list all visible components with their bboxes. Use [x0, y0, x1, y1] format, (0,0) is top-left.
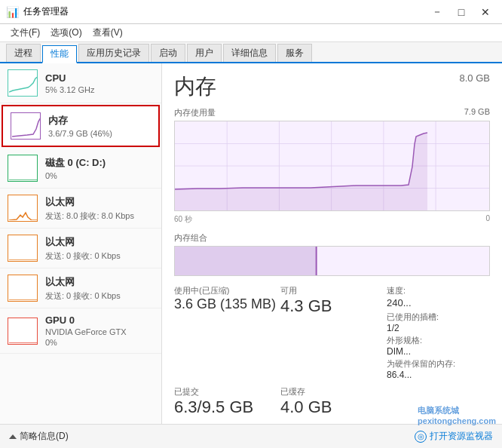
menu-bar: 文件(F) 选项(O) 查看(V)	[0, 24, 502, 42]
gpu-detail: NVIDIA GeForce GTX	[45, 327, 154, 336]
disk-detail: 0%	[45, 171, 154, 180]
eth1-name: 以太网	[45, 195, 154, 209]
eth1-detail: 发送: 8.0 接收: 8.0 Kbps	[45, 210, 154, 222]
available-value: 4.3 GB	[280, 296, 384, 316]
stat-committed: 已提交 6.3/9.5 GB	[174, 386, 277, 417]
cpu-name: CPU	[45, 72, 154, 84]
svg-rect-2	[9, 156, 38, 180]
maximize-button[interactable]: □	[451, 5, 472, 20]
sidebar-item-eth3[interactable]: 以太网 发送: 0 接收: 0 Kbps	[0, 268, 161, 308]
title-bar: 📊 任务管理器 － □ ✕	[0, 0, 502, 24]
close-button[interactable]: ✕	[475, 5, 496, 20]
gpu-icon	[8, 318, 38, 345]
brief-info-label: 简略信息(D)	[20, 430, 69, 443]
time-start: 60 秒	[174, 214, 192, 225]
tab-processes[interactable]: 进程	[6, 44, 41, 62]
cached-value: 4.0 GB	[280, 397, 384, 417]
memory-info: 内存 3.6/7.9 GB (46%)	[48, 114, 151, 138]
stat-available: 可用 4.3 GB	[280, 285, 384, 380]
resource-monitor-label: 打开资源监视器	[430, 430, 493, 443]
stats-grid: 使用中(已压缩) 3.6 GB (135 MB) 可用 4.3 GB 速度: 2…	[174, 285, 490, 424]
eth2-icon	[8, 235, 38, 262]
eth1-chart-icon	[9, 196, 38, 220]
committed-label: 已提交	[174, 386, 277, 397]
slots-value: 1/2	[387, 323, 490, 333]
panel-header: 内存 8.0 GB	[174, 72, 490, 101]
watermark: 电脑系统城 pexitongcheng.com	[418, 405, 496, 425]
eth3-chart-icon	[9, 276, 38, 300]
svg-rect-5	[9, 276, 38, 300]
eth2-name: 以太网	[45, 235, 154, 249]
eth3-icon	[8, 275, 38, 302]
tab-bar: 进程 性能 应用历史记录 启动 用户 详细信息 服务	[0, 42, 502, 63]
chart-time-labels: 60 秒 0	[174, 214, 490, 225]
sidebar-item-gpu[interactable]: GPU 0 NVIDIA GeForce GTX 0%	[0, 308, 161, 354]
minimize-button[interactable]: －	[427, 5, 448, 20]
composition-bar	[174, 246, 490, 276]
slots-label: 已使用的插槽:	[387, 311, 490, 323]
composition-label: 内存组合	[174, 232, 490, 244]
available-label: 可用	[280, 285, 384, 296]
composition-svg	[175, 247, 489, 275]
speed-label: 速度:	[387, 285, 490, 296]
main-content: CPU 5% 3.12 GHz 内存 3.6/7.9 GB (46%)	[0, 63, 502, 424]
cached-label: 已缓存	[280, 386, 384, 397]
gpu-detail2: 0%	[45, 338, 154, 347]
title-bar-controls: － □ ✕	[427, 5, 496, 20]
form-factor-value: DIM...	[387, 346, 490, 357]
app-icon: 📊	[6, 6, 19, 18]
gpu-name: GPU 0	[45, 315, 154, 326]
stat-speed-group: 速度: 240... 已使用的插槽: 1/2 外形规格: DIM... 为硬件保…	[387, 285, 490, 380]
reserved-value: 86.4...	[387, 370, 490, 380]
cpu-detail: 5% 3.12 GHz	[45, 85, 154, 94]
disk-info: 磁盘 0 (C: D:) 0%	[45, 156, 154, 180]
memory-chart-icon	[12, 114, 41, 138]
reserved-label: 为硬件保留的内存:	[387, 358, 490, 370]
tab-services[interactable]: 服务	[277, 44, 312, 62]
watermark-line2: pexitongcheng.com	[418, 416, 496, 425]
gpu-chart-icon	[9, 319, 38, 343]
panel-total: 8.0 GB	[460, 72, 490, 84]
memory-icon	[11, 112, 41, 140]
app-title: 任务管理器	[23, 5, 69, 18]
eth1-icon	[8, 195, 38, 222]
menu-view[interactable]: 查看(V)	[88, 25, 127, 41]
eth1-info: 以太网 发送: 8.0 接收: 8.0 Kbps	[45, 195, 154, 222]
tab-performance[interactable]: 性能	[42, 45, 77, 63]
panel-title: 内存	[174, 72, 216, 101]
eth3-detail: 发送: 0 接收: 0 Kbps	[45, 290, 154, 302]
brief-info-btn[interactable]: 简略信息(D)	[9, 430, 69, 443]
cpu-info: CPU 5% 3.12 GHz	[45, 72, 154, 94]
sidebar-item-eth1[interactable]: 以太网 发送: 8.0 接收: 8.0 Kbps	[0, 189, 161, 229]
committed-value: 6.3/9.5 GB	[174, 397, 277, 417]
sidebar-item-cpu[interactable]: CPU 5% 3.12 GHz	[0, 63, 161, 103]
time-end: 0	[485, 214, 490, 225]
eth2-chart-icon	[9, 236, 38, 260]
bottom-bar: 简略信息(D) ◎ 打开资源监视器	[0, 424, 502, 448]
tab-app-history[interactable]: 应用历史记录	[78, 44, 149, 62]
svg-rect-1	[12, 114, 41, 138]
disk-icon	[8, 155, 38, 182]
right-panel: 内存 8.0 GB 内存使用量 7.9 GB	[162, 63, 502, 424]
menu-file[interactable]: 文件(F)	[6, 25, 44, 41]
speed-value: 240...	[387, 296, 490, 310]
disk-name: 磁盘 0 (C: D:)	[45, 156, 154, 170]
tab-details[interactable]: 详细信息	[223, 44, 276, 62]
sidebar: CPU 5% 3.12 GHz 内存 3.6/7.9 GB (46%)	[0, 63, 162, 424]
in-use-value: 3.6 GB (135 MB)	[174, 296, 277, 313]
stat-in-use: 使用中(已压缩) 3.6 GB (135 MB)	[174, 285, 277, 380]
resource-monitor-icon: ◎	[415, 431, 427, 443]
eth3-name: 以太网	[45, 275, 154, 289]
memory-name: 内存	[48, 114, 151, 127]
menu-options[interactable]: 选项(O)	[46, 25, 86, 41]
resource-monitor-btn[interactable]: ◎ 打开资源监视器	[415, 430, 493, 443]
tab-users[interactable]: 用户	[187, 44, 222, 62]
sidebar-item-memory[interactable]: 内存 3.6/7.9 GB (46%)	[2, 105, 160, 147]
cpu-chart-icon	[9, 71, 38, 95]
sidebar-item-disk[interactable]: 磁盘 0 (C: D:) 0%	[0, 149, 161, 189]
tab-startup[interactable]: 启动	[151, 44, 185, 62]
svg-rect-6	[9, 319, 38, 343]
chevron-up-icon	[9, 434, 17, 439]
watermark-line1: 电脑系统城	[418, 405, 496, 416]
sidebar-item-eth2[interactable]: 以太网 发送: 0 接收: 0 Kbps	[0, 229, 161, 268]
